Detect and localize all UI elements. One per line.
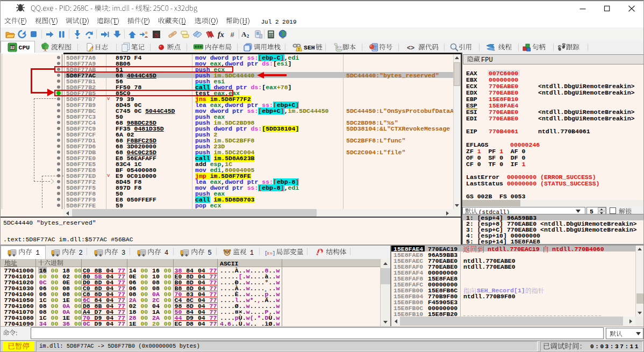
svg-text:fx: fx xyxy=(218,31,224,39)
svg-text:#: # xyxy=(231,31,235,39)
svg-text:<>: <> xyxy=(407,44,414,52)
svg-text:32: 32 xyxy=(10,45,15,50)
svg-text:A: A xyxy=(241,30,247,38)
svg-text:S: S xyxy=(154,31,158,39)
svg-text:2: 2 xyxy=(247,33,249,39)
svg-text:!: ! xyxy=(298,47,300,52)
svg-text:]: ] xyxy=(273,250,276,256)
svg-text:<>: <> xyxy=(337,45,341,49)
